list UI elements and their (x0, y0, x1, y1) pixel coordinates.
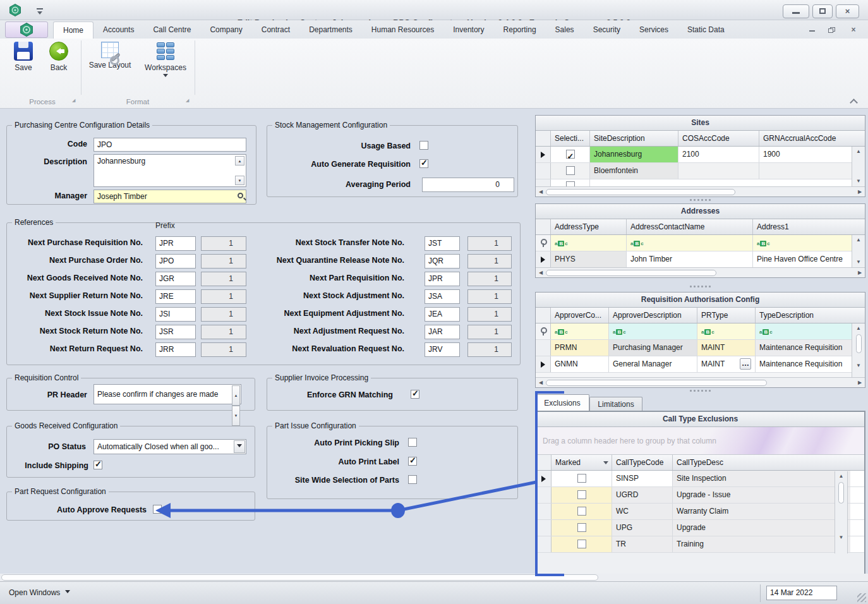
call-type-desc-cell[interactable]: Site Inspection (673, 471, 850, 486)
call-type-code-cell[interactable]: WC (612, 504, 673, 519)
type-desc-cell[interactable]: Maintenance Requisition (756, 340, 853, 356)
pr-header-input[interactable]: Please confirm if changes are made ▲▼ (93, 384, 241, 404)
auto-generate-requisition-checkbox[interactable] (419, 159, 428, 168)
tab-call-centre[interactable]: Call Centre (143, 21, 200, 39)
approver-desc-cell[interactable]: Purchasing Manager (609, 340, 697, 356)
ref-number-spinner[interactable]: 1 (201, 272, 246, 286)
ref-prefix-input[interactable]: JPR (425, 272, 460, 286)
ref-number-spinner[interactable]: 1 (467, 342, 512, 357)
marked-checkbox[interactable] (577, 474, 586, 483)
tab-company[interactable]: Company (200, 21, 251, 39)
column-header[interactable]: CallTypeCode (612, 455, 673, 470)
column-header[interactable]: GRNAccrualAccCode (759, 131, 853, 146)
approver-code-cell[interactable]: PRMN (551, 340, 609, 356)
table-row[interactable]: SINSP Site Inspection (536, 471, 864, 487)
ref-prefix-input[interactable]: JQR (425, 254, 460, 269)
maximize-button[interactable] (812, 4, 833, 18)
column-header[interactable]: TypeDescription (756, 308, 853, 323)
site-description-cell[interactable]: Bloemfontein (590, 163, 678, 179)
tab-static-data[interactable]: Static Data (678, 21, 734, 39)
tab-exclusions[interactable]: Exclusions (535, 394, 589, 411)
tab-accounts[interactable]: Accounts (93, 21, 143, 39)
site-wide-selection-checkbox[interactable] (408, 475, 417, 484)
approver-code-cell[interactable]: GNMN (551, 356, 609, 372)
date-editor[interactable]: 14 Mar 2022 (766, 586, 837, 600)
column-header[interactable]: PRType (697, 308, 756, 323)
mdi-close-button[interactable]: × (849, 25, 858, 34)
splitter-handle[interactable] (685, 199, 714, 202)
process-dialog-launcher-icon[interactable]: ◢ (72, 98, 75, 103)
back-button[interactable]: Back (40, 42, 77, 94)
ref-number-spinner[interactable]: 1 (467, 289, 512, 304)
ref-prefix-input[interactable]: JSI (155, 307, 196, 322)
pr-type-cell[interactable]: MAINT (697, 340, 756, 356)
table-row[interactable]: PHYS John Timber Pine Haven Office Centr… (536, 251, 865, 268)
table-row[interactable]: PRMN Purchasing Manager MAINT Maintenanc… (536, 340, 865, 356)
ref-number-spinner[interactable]: 1 (201, 307, 246, 322)
ref-prefix-input[interactable]: JRR (155, 342, 196, 357)
ref-number-spinner[interactable]: 1 (201, 254, 246, 269)
column-header[interactable]: Address1 (753, 219, 853, 234)
table-row[interactable]: Bloemfontein (536, 163, 865, 179)
format-dialog-launcher-icon[interactable]: ◢ (186, 98, 189, 103)
scroll-down-icon[interactable]: ▼ (235, 176, 244, 185)
ref-number-spinner[interactable]: 1 (467, 307, 512, 322)
column-header[interactable]: COSAccCode (678, 131, 759, 146)
ref-prefix-input[interactable]: JSA (425, 289, 460, 304)
column-header[interactable]: SiteDescription (590, 131, 678, 146)
table-row[interactable]: Johannesburg 2100 1900 (536, 147, 865, 163)
save-layout-button[interactable]: Save Layout (85, 42, 135, 94)
table-row[interactable]: WC Warranty Claim (536, 504, 864, 520)
po-status-combo[interactable]: Automatically Closed when all goo... (93, 439, 246, 454)
code-input[interactable]: JPO (93, 138, 246, 152)
tab-inventory[interactable]: Inventory (443, 21, 493, 39)
open-windows-dropdown[interactable]: Open Windows (9, 588, 70, 597)
group-by-panel[interactable]: Drag a column header here to group by th… (536, 427, 864, 455)
req-auth-vertical-scrollbar[interactable]: ▲ ▼ (852, 323, 865, 378)
call-type-code-cell[interactable]: UGRD (612, 487, 673, 503)
call-type-desc-cell[interactable]: Warranty Claim (673, 504, 850, 519)
table-row[interactable]: GNMN General Manager MAINT… Maintenance … (536, 356, 865, 373)
marked-checkbox[interactable] (577, 490, 586, 499)
splitter-handle[interactable] (685, 286, 714, 288)
close-button[interactable]: × (836, 4, 859, 18)
column-header[interactable]: Selecti... (551, 131, 590, 146)
auto-approve-requests-checkbox[interactable] (153, 505, 162, 514)
ref-prefix-input[interactable]: JPR (155, 236, 196, 251)
description-input[interactable]: Johannesburg ▲ ▼ (93, 154, 246, 187)
tab-reporting[interactable]: Reporting (494, 21, 546, 39)
grn-accrual-cell[interactable] (759, 163, 853, 179)
save-button[interactable]: Save (5, 42, 42, 94)
call-type-desc-cell[interactable]: Upgrade - Issue (673, 487, 850, 503)
spinner-buttons[interactable]: ▲▼ (232, 385, 240, 403)
addresses-horizontal-scrollbar[interactable]: ◀ ▶ (536, 267, 865, 277)
marked-checkbox[interactable] (577, 507, 586, 516)
tab-security[interactable]: Security (584, 21, 630, 39)
workspaces-button[interactable]: Workspaces (139, 42, 192, 94)
splitter-handle[interactable] (685, 390, 714, 392)
site-description-cell[interactable]: Johannesburg (590, 147, 678, 162)
req-auth-horizontal-scrollbar[interactable]: ◀ ▶ (536, 377, 865, 387)
quick-access-dropdown-icon[interactable] (37, 8, 43, 13)
column-header[interactable]: ApproverDescription (609, 308, 697, 323)
ref-prefix-input[interactable]: JGR (155, 272, 196, 286)
form-scrollbar-thumb[interactable] (1, 574, 598, 581)
include-shipping-checkbox[interactable] (93, 461, 102, 469)
resize-grip[interactable] (857, 593, 866, 602)
ref-prefix-input[interactable]: JAR (425, 325, 460, 339)
ref-number-spinner[interactable]: 1 (467, 272, 512, 286)
ref-number-spinner[interactable]: 1 (201, 289, 246, 304)
usage-based-checkbox[interactable] (419, 141, 428, 150)
column-header[interactable]: ApproverCo... (551, 308, 609, 323)
mdi-restore-button[interactable] (828, 25, 836, 34)
ref-number-spinner[interactable]: 1 (467, 254, 512, 269)
sites-horizontal-scrollbar[interactable]: ◀ ▶ (536, 186, 865, 196)
site-selected-checkbox[interactable] (566, 166, 575, 175)
auto-filter-row[interactable]: aBc aBc aBc aBc (536, 323, 865, 340)
call-type-code-cell[interactable]: TR (612, 536, 673, 552)
address-contact-cell[interactable]: John Timber (627, 251, 753, 267)
ref-number-spinner[interactable]: 1 (201, 325, 246, 339)
lookup-magnifier-icon[interactable] (238, 193, 243, 198)
tab-departments[interactable]: Departments (299, 21, 362, 39)
ref-number-spinner[interactable]: 1 (467, 236, 512, 251)
